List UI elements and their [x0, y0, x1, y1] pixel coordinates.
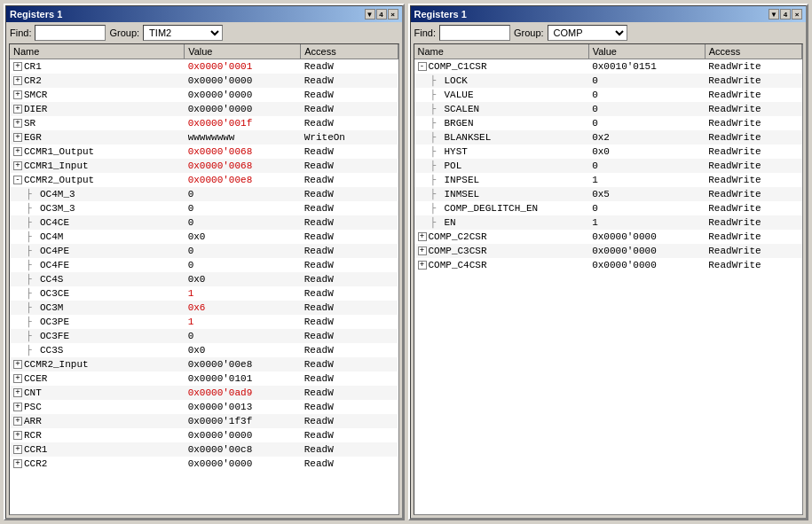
tree-line: ├ — [26, 260, 38, 270]
expand-icon[interactable]: + — [418, 246, 427, 255]
table-row[interactable]: ├INMSEL0x5ReadWrite — [414, 187, 802, 201]
table-row[interactable]: ├OC4FE0ReadW — [10, 258, 398, 272]
table-row[interactable]: ├OC3FE0ReadW — [10, 329, 398, 343]
table-row[interactable]: +SMCR0x0000'0000ReadW — [10, 88, 398, 102]
row-access: ReadWrite — [705, 102, 801, 116]
row-name-text: CCR1 — [24, 444, 47, 455]
table-row[interactable]: ├OC4PE0ReadW — [10, 244, 398, 258]
table-row[interactable]: ├OC3M_30ReadW — [10, 201, 398, 215]
row-name-text: HYST — [445, 146, 468, 157]
expand-icon[interactable]: + — [13, 119, 22, 128]
panel1-close-button[interactable]: × — [388, 9, 398, 20]
expand-icon[interactable]: + — [13, 417, 22, 426]
table-row[interactable]: ├HYST0x0ReadWrite — [414, 145, 802, 159]
expand-icon[interactable]: + — [13, 105, 22, 113]
panel2-close-button[interactable]: × — [792, 9, 802, 20]
row-name: ├COMP_DEGLITCH_EN — [414, 201, 589, 215]
table-row[interactable]: ├VALUE0ReadWrite — [414, 88, 802, 102]
panel2-table-container[interactable]: Name Value Access -COMP_C1CSR0x0010'0151… — [414, 43, 804, 515]
panel2-find-input[interactable] — [439, 25, 510, 41]
row-value: 0x0000'0068 — [185, 145, 301, 159]
expand-icon[interactable]: + — [13, 161, 22, 170]
table-row[interactable]: -CCMR2_Output0x0000'00e8ReadW — [10, 173, 398, 187]
table-row[interactable]: ├OC4CE0ReadW — [10, 215, 398, 230]
row-access: ReadW — [301, 187, 398, 201]
table-row[interactable]: +PSC0x0000'0013ReadW — [10, 400, 398, 414]
expand-icon[interactable]: + — [13, 388, 22, 397]
table-row[interactable]: ├LOCK0ReadWrite — [414, 74, 802, 88]
expand-icon[interactable]: + — [13, 403, 22, 411]
table-row[interactable]: ├CC4S0x0ReadW — [10, 272, 398, 286]
row-value: 0 — [588, 88, 705, 102]
table-row[interactable]: ├BRGEN0ReadWrite — [414, 116, 802, 130]
table-row[interactable]: ├OC3CE1ReadW — [10, 286, 398, 301]
table-row[interactable]: ├COMP_DEGLITCH_EN0ReadWrite — [414, 201, 802, 215]
expand-icon[interactable]: - — [418, 62, 427, 71]
row-name-text: OC3PE — [40, 317, 69, 327]
table-row[interactable]: +CCER0x0000'0101ReadW — [10, 371, 398, 386]
table-row[interactable]: +CNT0x0000'0ad9ReadW — [10, 386, 398, 400]
expand-icon[interactable]: + — [13, 459, 22, 468]
table-row[interactable]: +CR20x0000'0000ReadW — [10, 74, 398, 88]
row-value: 1 — [185, 286, 301, 301]
expand-icon[interactable]: + — [13, 445, 22, 454]
expand-icon[interactable]: + — [13, 133, 22, 142]
expand-icon[interactable]: + — [13, 431, 22, 440]
expand-icon[interactable]: + — [418, 261, 427, 270]
row-value: 0x0000'0000 — [185, 457, 301, 471]
table-row[interactable]: ├SCALEN0ReadWrite — [414, 102, 802, 116]
panel1-find-input[interactable] — [35, 25, 106, 41]
expand-icon[interactable]: - — [13, 176, 22, 184]
table-row[interactable]: ├INPSEL1ReadWrite — [414, 173, 802, 187]
row-name-text: OC4CE — [40, 217, 69, 228]
expand-icon[interactable]: + — [418, 232, 427, 241]
row-value-text: 0x6 — [188, 302, 206, 313]
table-row[interactable]: +CCMR2_Input0x0000'00e8ReadW — [10, 357, 398, 371]
row-value: 0x0000'0101 — [185, 371, 301, 386]
expand-icon[interactable]: + — [13, 360, 22, 369]
row-name: ├BRGEN — [414, 116, 589, 130]
table-row[interactable]: +RCR0x0000'0000ReadW — [10, 428, 398, 442]
table-row[interactable]: ├OC3M0x6ReadW — [10, 301, 398, 315]
expand-icon[interactable]: + — [13, 76, 22, 85]
table-row[interactable]: ├CC3S0x0ReadW — [10, 343, 398, 357]
table-row[interactable]: ├OC4M_30ReadW — [10, 187, 398, 201]
panel1-group-select[interactable]: TIM2 — [143, 25, 223, 41]
panel1-float-button[interactable]: 4 — [376, 9, 387, 20]
table-row[interactable]: +SR0x0000'001fReadW — [10, 116, 398, 130]
expand-icon[interactable]: + — [13, 147, 22, 156]
row-value-text: 0x0000'0013 — [188, 402, 253, 412]
table-row[interactable]: -COMP_C1CSR0x0010'0151ReadWrite — [414, 59, 802, 74]
table-row[interactable]: ├OC4M0x0ReadW — [10, 230, 398, 244]
panel2-group-select[interactable]: COMP — [548, 25, 627, 41]
table-row[interactable]: ├OC3PE1ReadW — [10, 315, 398, 329]
table-row[interactable]: +COMP_C4CSR0x0000'0000ReadWrite — [414, 258, 802, 272]
table-row[interactable]: +CCR20x0000'0000ReadW — [10, 457, 398, 471]
row-access: ReadW — [301, 88, 398, 102]
row-name-text: CC3S — [40, 345, 63, 356]
panel1-table-container[interactable]: Name Value Access +CR10x0000'0001ReadW+C… — [9, 43, 399, 515]
table-row[interactable]: +COMP_C3CSR0x0000'0000ReadWrite — [414, 244, 802, 258]
table-row[interactable]: ├POL0ReadWrite — [414, 159, 802, 173]
table-row[interactable]: +DIER0x0000'0000ReadW — [10, 102, 398, 116]
table-row[interactable]: +EGRwwwwwwwwWriteOn — [10, 130, 398, 145]
table-row[interactable]: ├EN1ReadWrite — [414, 215, 802, 230]
expand-icon[interactable]: + — [13, 62, 22, 71]
row-access: ReadW — [301, 386, 398, 400]
tree-line: ├ — [430, 203, 443, 214]
panel2-float-button[interactable]: 4 — [780, 9, 791, 20]
table-row[interactable]: +CCR10x0000'00c8ReadW — [10, 442, 398, 457]
row-value: 0x0000'00e8 — [185, 357, 301, 371]
expand-icon[interactable]: + — [13, 90, 22, 99]
panel1-pin-button[interactable]: ▼ — [365, 9, 375, 20]
table-row[interactable]: ├BLANKSEL0x2ReadWrite — [414, 130, 802, 145]
table-row[interactable]: +CCMR1_Input0x0000'0068ReadW — [10, 159, 398, 173]
table-row[interactable]: +COMP_C2CSR0x0000'0000ReadWrite — [414, 230, 802, 244]
panel2-pin-button[interactable]: ▼ — [769, 9, 779, 20]
expand-icon[interactable]: + — [13, 374, 22, 383]
row-name: +CCR1 — [10, 442, 185, 457]
table-row[interactable]: +CR10x0000'0001ReadW — [10, 59, 398, 74]
row-access: ReadW — [301, 201, 398, 215]
table-row[interactable]: +CCMR1_Output0x0000'0068ReadW — [10, 145, 398, 159]
table-row[interactable]: +ARR0x0000'1f3fReadW — [10, 414, 398, 428]
